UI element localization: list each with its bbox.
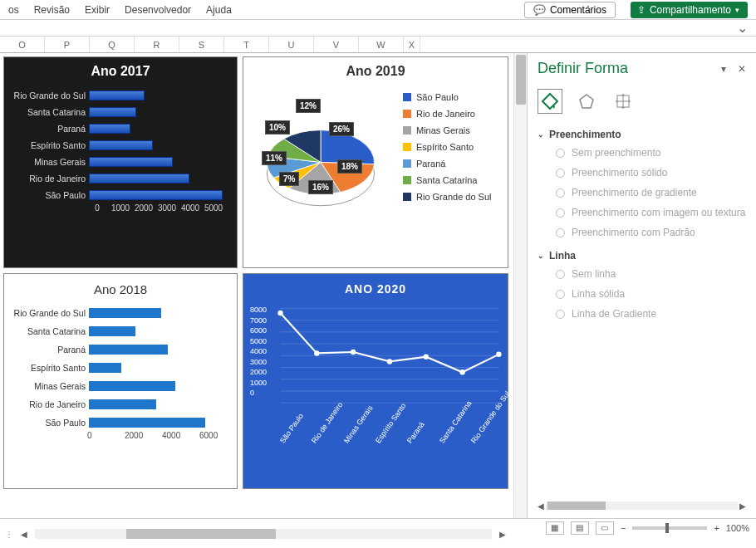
zoom-out-button[interactable]: − <box>621 523 626 533</box>
svg-point-11 <box>314 350 319 356</box>
pie-slice-label: 12% <box>296 99 321 113</box>
option-label: Preenchimento de gradiente <box>572 187 697 198</box>
category-label: Rio de Janeiro <box>7 174 86 183</box>
radio-icon <box>556 188 565 198</box>
scroll-left-icon[interactable]: ◀ <box>18 528 30 540</box>
chart-title: Ano 2018 <box>4 274 237 305</box>
horizontal-scrollbar[interactable]: ⋮ ◀ ▶ <box>0 526 513 541</box>
drag-handle-icon[interactable]: ⋮ <box>5 530 13 539</box>
chart-ano-2020[interactable]: ANO 2020 8000700060005000400030002000100… <box>243 273 508 489</box>
page-break-view-button[interactable]: ▭ <box>596 521 614 535</box>
zoom-level[interactable]: 100% <box>726 523 749 533</box>
fill-option[interactable]: Sem preenchimento <box>556 147 746 159</box>
menu-item[interactable]: Revisão <box>34 4 70 16</box>
fill-option[interactable]: Preenchimento de gradiente <box>556 187 746 198</box>
bar-row: Santa Catarina <box>7 107 228 117</box>
line-section-header[interactable]: ⌄ Linha <box>538 250 746 262</box>
fill-section-header[interactable]: ⌄ Preenchimento <box>538 129 746 140</box>
category-label: Espírito Santo <box>7 140 86 150</box>
radio-icon <box>556 310 565 319</box>
chart-ano-2018[interactable]: Ano 2018 Rio Grande do SulSanta Catarina… <box>3 273 238 489</box>
pie-slice-label: 7% <box>279 172 299 186</box>
bar-row: Rio de Janeiro <box>7 399 228 409</box>
col-header[interactable]: X <box>404 37 420 52</box>
size-tab-icon[interactable] <box>611 89 636 114</box>
menu-item[interactable]: Exibir <box>85 4 110 16</box>
menu-item[interactable]: os <box>8 4 19 16</box>
col-header[interactable]: T <box>224 37 269 52</box>
bar-row: Rio de Janeiro <box>7 174 228 183</box>
x-tick-label: Santa Catarina <box>438 417 461 445</box>
bar-row: Paraná <box>7 124 228 134</box>
x-tick-label: Paraná <box>405 417 429 445</box>
share-button[interactable]: ⇪ Compartilhamento ▾ <box>631 2 748 18</box>
bar-row: Paraná <box>7 345 228 355</box>
chart-ano-2017[interactable]: Ano 2017 Rio Grande do SulSanta Catarina… <box>3 56 238 268</box>
scroll-thumb[interactable] <box>516 55 526 105</box>
svg-point-10 <box>277 311 282 316</box>
scroll-thumb[interactable] <box>547 502 606 510</box>
col-header[interactable]: U <box>269 37 314 52</box>
radio-icon <box>556 169 565 178</box>
bar-row: Rio Grande do Sul <box>7 91 228 100</box>
radio-icon <box>556 149 565 158</box>
category-label: Rio de Janeiro <box>7 399 86 409</box>
normal-view-button[interactable]: ▦ <box>546 521 564 535</box>
col-header[interactable]: R <box>135 37 179 52</box>
legend-swatch <box>403 159 411 168</box>
line-option[interactable]: Sem linha <box>556 268 746 280</box>
option-label: Sem preenchimento <box>572 147 660 159</box>
svg-point-15 <box>459 369 464 375</box>
panel-menu-icon[interactable]: ▾ <box>721 63 726 75</box>
bar-row: São Paulo <box>7 190 228 200</box>
section-label: Linha <box>549 250 576 262</box>
fill-option[interactable]: Preenchimento sólido <box>556 167 746 179</box>
x-tick-label: Rio de Janeiro <box>310 417 333 445</box>
svg-marker-17 <box>580 95 593 108</box>
option-label: Preenchimento com Padrão <box>572 227 695 238</box>
scroll-right-icon[interactable]: ▶ <box>497 528 508 540</box>
panel-horizontal-scrollbar[interactable]: ◀ ▶ <box>536 500 748 511</box>
pie-legend: São PauloRio de JaneiroMinas GeraisEspír… <box>391 89 501 230</box>
chart-ano-2019[interactable]: Ano 2019 26%18%16%7%11%10%12% São PauloR… <box>243 56 508 268</box>
legend-swatch <box>403 93 411 101</box>
scroll-thumb[interactable] <box>126 529 276 539</box>
share-label: Compartilhamento <box>650 4 731 16</box>
line-option[interactable]: Linha de Gradiente <box>556 308 746 320</box>
comments-button[interactable]: 💬 Comentários <box>524 2 616 18</box>
col-header[interactable]: O <box>0 37 45 52</box>
col-header[interactable]: W <box>359 37 404 52</box>
col-header[interactable]: P <box>45 37 90 52</box>
legend-label: Paraná <box>416 159 445 169</box>
col-header[interactable]: S <box>179 37 224 52</box>
scroll-right-icon[interactable]: ▶ <box>738 502 748 511</box>
line-option[interactable]: Linha sólida <box>556 288 746 300</box>
ribbon-collapse-bar[interactable]: ⌄ <box>0 20 756 37</box>
category-label: Rio Grande do Sul <box>7 308 86 318</box>
zoom-slider[interactable] <box>632 526 707 530</box>
col-header[interactable]: V <box>314 37 359 52</box>
menu-item[interactable]: Desenvolvedor <box>125 4 191 16</box>
legend-label: Rio de Janeiro <box>416 109 475 119</box>
category-label: Santa Catarina <box>7 326 86 336</box>
category-label: Minas Gerais <box>7 381 86 391</box>
effects-tab-icon[interactable] <box>574 89 599 114</box>
fill-option[interactable]: Preenchimento com Padrão <box>556 227 746 238</box>
close-icon[interactable]: ✕ <box>738 63 746 75</box>
category-label: São Paulo <box>7 190 86 200</box>
fill-option[interactable]: Preenchimento com imagem ou textura <box>556 207 746 218</box>
legend-item: Rio de Janeiro <box>403 109 501 119</box>
legend-label: Minas Gerais <box>416 125 470 135</box>
svg-point-16 <box>496 352 501 358</box>
fill-line-tab-icon[interactable] <box>538 89 562 114</box>
col-header[interactable]: Q <box>90 37 135 52</box>
vertical-scrollbar[interactable] <box>513 53 527 518</box>
category-label: Santa Catarina <box>7 107 86 117</box>
zoom-in-button[interactable]: + <box>714 523 719 533</box>
category-label: Minas Gerais <box>7 157 86 167</box>
scroll-left-icon[interactable]: ◀ <box>536 502 546 511</box>
menu-item[interactable]: Ajuda <box>206 4 232 16</box>
legend-label: Espírito Santo <box>416 142 474 152</box>
page-layout-view-button[interactable]: ▤ <box>571 521 589 535</box>
legend-item: Rio Grande do Sul <box>403 192 501 202</box>
